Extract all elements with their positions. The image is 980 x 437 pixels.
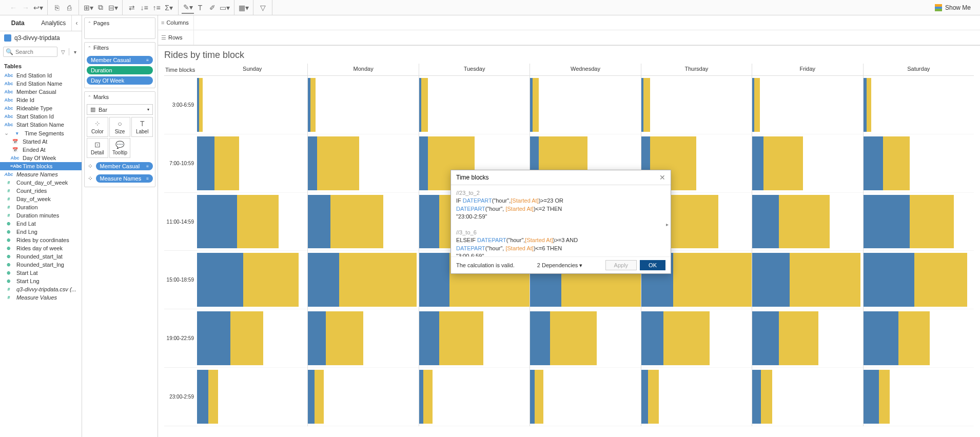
field-rides-day-of-week[interactable]: ⊕Rides day of week [0,244,82,252]
bar-segment-member[interactable] [423,370,432,424]
format-button[interactable]: ✐ [206,2,219,14]
totals-button[interactable]: Σ▾ [163,2,175,14]
bar-segment-member[interactable] [914,253,967,307]
shelf-pill-day-of-week[interactable]: ▢Day Of Week [197,18,247,27]
mark-type-select[interactable]: ▥ Bar ▾ [87,104,153,115]
bar-segment-member[interactable] [421,78,428,132]
bar-segment-casual[interactable] [419,195,439,249]
field-rideable-type[interactable]: AbcRideable Type [0,104,82,112]
bar-row[interactable] [864,309,974,368]
bar-row[interactable] [752,251,863,309]
bar-segment-member[interactable] [790,253,860,307]
tab-data[interactable]: Data [0,15,36,31]
bar-segment-member[interactable] [317,136,359,190]
clear-button[interactable]: ⊟▾ [107,2,119,14]
bar-row[interactable] [864,76,974,134]
bar-segment-member[interactable] [330,195,383,249]
bar-segment-member[interactable] [673,253,752,307]
bar-segment-casual[interactable] [864,370,879,424]
forward-button[interactable]: → [19,2,32,14]
mark-color-button[interactable]: ⁘Color [87,117,108,137]
filter-pill-day-of-week[interactable]: Day Of Week [87,76,153,85]
bar-segment-casual[interactable] [308,195,330,249]
show-hide-cards-button[interactable]: ▦▾ [238,2,250,14]
bar-row[interactable] [752,309,863,368]
field-time-segments[interactable]: ⌄▾Time Segments [0,129,82,137]
bar-row[interactable] [530,76,640,134]
bar-segment-member[interactable] [208,370,218,424]
mark-label-button[interactable]: TLabel [131,117,153,137]
bar-row[interactable] [641,76,752,134]
field-rides-by-coordinates[interactable]: ⊕Rides by coordinates [0,236,82,244]
bar-row[interactable] [419,368,530,426]
field-q3-divvy-tripdata-csv-[interactable]: #q3-divvy-tripdata.csv (... [0,285,82,293]
bar-segment-member[interactable] [535,370,543,424]
bar-segment-member[interactable] [310,78,316,132]
ok-button[interactable]: OK [640,260,665,270]
apply-button[interactable]: Apply [605,260,637,270]
bar-segment-casual[interactable] [197,195,237,249]
bar-row[interactable] [864,134,974,193]
bar-segment-casual[interactable] [419,370,424,424]
filter-fields-button[interactable]: ▽ [60,48,67,55]
bar-segment-casual[interactable] [752,370,761,424]
field-member-casual[interactable]: AbcMember Casual [0,88,82,96]
bar-segment-casual[interactable] [197,311,230,365]
datasource-row[interactable]: q3-divvy-tripdata [0,31,82,45]
bar-row[interactable] [197,309,307,368]
bar-row[interactable] [864,193,974,251]
field-start-lng[interactable]: ⊕Start Lng [0,277,82,285]
field-start-station-name[interactable]: AbcStart Station Name [0,121,82,129]
sort-asc-button[interactable]: ↓≡ [138,2,150,14]
calc-title-input[interactable] [456,174,659,181]
bar-row[interactable] [197,76,307,134]
bar-segment-casual[interactable] [864,136,884,190]
filter-pill-member-casual[interactable]: Member Casual≡ [87,56,153,64]
save-button[interactable]: ⎙ [63,2,75,14]
bar-segment-casual[interactable] [308,253,339,307]
bar-row[interactable] [419,309,530,368]
bar-row[interactable] [197,368,307,426]
bar-segment-member[interactable] [643,78,650,132]
sort-desc-button[interactable]: ↑≡ [150,2,163,14]
field-day-of-week[interactable]: #Day_of_week [0,195,82,203]
expand-icon[interactable]: ▸ [666,221,669,228]
bar-row[interactable] [308,134,418,193]
field-measure-values[interactable]: #Measure Values [0,293,82,302]
bar-segment-casual[interactable] [308,311,325,365]
filter-pill-duration[interactable]: Duration [87,66,153,74]
mark-pill-measure-names[interactable]: Measure Names≡ [96,174,153,183]
bar-row[interactable] [752,76,863,134]
bar-segment-casual[interactable] [197,253,243,307]
labels-button[interactable]: T [194,2,206,14]
bar-row[interactable] [864,368,974,426]
new-datasource-button[interactable]: ⎘ [51,2,63,14]
swap-button[interactable]: ⇄ [126,2,138,14]
field-start-lat[interactable]: ⊕Start Lat [0,269,82,277]
bar-row[interactable] [308,309,418,368]
field-started-at[interactable]: 📅Started At [0,137,82,146]
calc-editor[interactable]: ▸ //23_to_2IF DATEPART("hour",[Started A… [451,185,671,256]
mark-tooltip-button[interactable]: 💬Tooltip [109,138,131,158]
bar-segment-casual[interactable] [419,253,449,307]
bar-row[interactable] [197,193,307,251]
bar-row[interactable] [864,251,974,309]
field-end-lat[interactable]: ⊕End Lat [0,220,82,228]
mark-detail-button[interactable]: ⊡Detail [87,138,108,158]
bar-row[interactable] [308,368,418,426]
columns-shelf[interactable]: ≡Columns ▢Day Of WeekCNT(Started At) [158,15,980,30]
bar-segment-casual[interactable] [864,253,914,307]
bar-segment-casual[interactable] [864,195,910,249]
field-menu-button[interactable]: ▾ [71,48,79,55]
field-day-of-week[interactable]: AbcDay Of Week [0,154,82,162]
bar-row[interactable] [197,251,307,309]
field-duration-minutes[interactable]: #Duration minutes [0,211,82,220]
field-end-station-name[interactable]: AbcEnd Station Name [0,80,82,88]
bar-row[interactable] [752,193,863,251]
bar-row[interactable] [530,309,640,368]
bar-segment-casual[interactable] [752,311,779,365]
new-worksheet-button[interactable]: ⊞▾ [82,2,94,14]
back-button[interactable]: ← [7,2,19,14]
bar-segment-member[interactable] [754,78,760,132]
search-input[interactable] [15,49,55,55]
